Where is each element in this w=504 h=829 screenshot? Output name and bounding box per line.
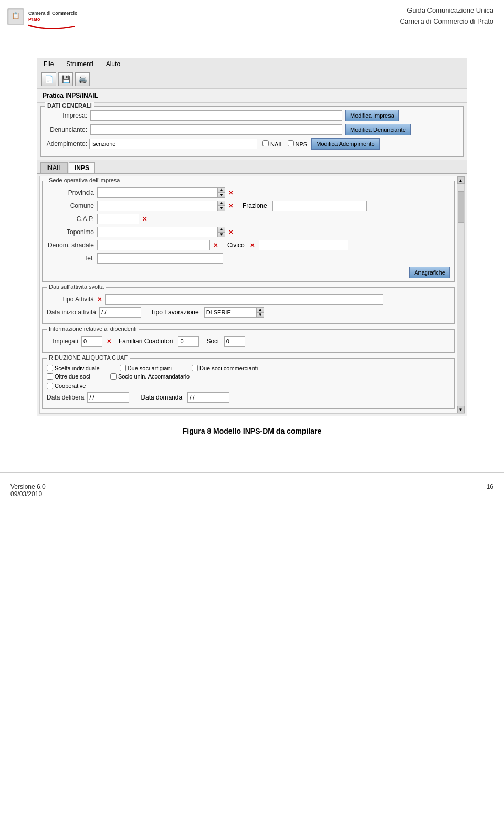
scelta-individuale-item: Scelta individuale	[47, 365, 100, 371]
tipo-lavorazione-spinner[interactable]: ▲ ▼	[257, 307, 264, 318]
oltre-due-soci-checkbox[interactable]	[47, 373, 53, 380]
impiegati-input[interactable]	[81, 336, 102, 347]
comune-field: ▲ ▼	[97, 201, 225, 211]
provincia-label: Provincia	[47, 189, 94, 196]
civico-input[interactable]	[259, 240, 348, 250]
modifica-impresa-btn[interactable]: Modifica Impresa	[345, 110, 399, 121]
menu-strumenti[interactable]: Strumenti	[64, 60, 95, 68]
tipo-lavorazione-down[interactable]: ▼	[257, 312, 264, 318]
toolbar-btn-3[interactable]: 🖨️	[75, 72, 90, 86]
scrollbar[interactable]: ▲ ▼	[457, 176, 464, 413]
nail-checkbox[interactable]	[262, 140, 269, 146]
denom-clear[interactable]: ✕	[213, 242, 218, 249]
provincia-spinner[interactable]: ▲ ▼	[218, 187, 225, 198]
denom-row: Denom. stradale ✕ Civico ✕	[47, 240, 450, 250]
data-domanda-label: Data domanda	[141, 394, 182, 401]
nps-checkbox-label: NPS	[288, 140, 308, 148]
data-inizio-input[interactable]	[99, 307, 141, 318]
scrollbar-thumb[interactable]	[458, 191, 464, 223]
impresa-row: Impresa: Modifica Impresa	[45, 110, 459, 121]
denunciante-input[interactable]	[90, 124, 342, 135]
comune-spinner[interactable]: ▲ ▼	[218, 201, 225, 211]
svg-text:Camera di Commercio: Camera di Commercio	[28, 11, 78, 16]
denunciante-label: Denunciante:	[45, 126, 87, 133]
toolbar-icon-2: 💾	[61, 75, 70, 83]
modifica-adempimento-btn[interactable]: Modifica Adempimento	[311, 138, 379, 150]
adempimento-input[interactable]	[89, 139, 257, 149]
nps-checkbox[interactable]	[288, 140, 294, 146]
due-soci-commercianti-checkbox[interactable]	[192, 365, 198, 371]
comune-clear[interactable]: ✕	[228, 203, 233, 209]
tel-label: Tel.	[47, 255, 94, 262]
tipo-attivita-label: Tipo Attività	[47, 296, 94, 303]
frazione-input[interactable]	[272, 201, 367, 211]
dipendenti-section: Informazione relative ai dipendenti Impi…	[42, 329, 455, 353]
dati-generali-section: DATI GENERALI Impresa: Modifica Impresa …	[40, 106, 464, 157]
impresa-input[interactable]	[90, 110, 342, 121]
menu-file[interactable]: File	[41, 60, 56, 68]
data-domanda-input[interactable]	[187, 392, 229, 403]
nail-checkbox-label: NAIL	[262, 140, 284, 148]
toolbar-btn-2[interactable]: 💾	[58, 72, 73, 86]
data-delibera-input[interactable]	[87, 392, 129, 403]
adempimento-label: Adempimento:	[45, 140, 87, 148]
due-soci-artigiani-checkbox[interactable]	[120, 365, 126, 371]
inner-scroll-area: Sede operativa dell'impresa Provincia ▲ …	[39, 176, 465, 414]
page-content: File Strumenti Aiuto 📄 💾 🖨️ Pratica INPS…	[0, 42, 504, 456]
soci-input[interactable]	[224, 336, 245, 347]
tipo-lavorazione-field: ▲ ▼	[204, 307, 264, 318]
familiari-input[interactable]	[178, 336, 199, 347]
guide-line1: Guida Comunicazione Unica	[400, 5, 494, 16]
provincia-input[interactable]	[97, 187, 218, 198]
tab-inail[interactable]: INAIL	[40, 162, 68, 173]
scelta-individuale-checkbox[interactable]	[47, 365, 53, 371]
tabs-row: INAIL INPS	[37, 160, 467, 174]
anagrafiche-btn[interactable]: Anagrafiche	[410, 267, 450, 278]
tipo-lavorazione-up[interactable]: ▲	[257, 307, 264, 312]
toponimo-label: Toponimo	[47, 228, 94, 236]
toponimo-clear[interactable]: ✕	[228, 229, 233, 236]
impresa-label: Impresa:	[45, 112, 87, 119]
impiegati-label: Impiegati	[47, 338, 78, 345]
menu-aiuto[interactable]: Aiuto	[104, 60, 122, 68]
scrollbar-down[interactable]: ▼	[457, 406, 465, 413]
civico-clear[interactable]: ✕	[250, 242, 255, 249]
cap-clear[interactable]: ✕	[142, 216, 147, 223]
modifica-denunciante-btn[interactable]: Modifica Denunciante	[345, 124, 411, 135]
comune-down-arrow[interactable]: ▼	[218, 206, 225, 211]
toponimo-down-arrow[interactable]: ▼	[218, 232, 225, 237]
denom-stradale-input[interactable]	[97, 240, 210, 250]
tipo-lavorazione-input[interactable]	[204, 307, 257, 318]
toponimo-field: ▲ ▼	[97, 227, 225, 237]
socio-unin-checkbox[interactable]	[110, 373, 117, 380]
version-label: Versione 6.0	[10, 483, 46, 490]
dati-generali-label: DATI GENERALI	[45, 102, 94, 109]
app-window: File Strumenti Aiuto 📄 💾 🖨️ Pratica INPS…	[37, 58, 467, 416]
cooperative-item: Cooperative	[47, 383, 86, 389]
provincia-down-arrow[interactable]: ▼	[218, 193, 225, 198]
provincia-up-arrow[interactable]: ▲	[218, 187, 225, 193]
figure-caption: Figura 8 Modello INPS-DM da compilare	[183, 427, 321, 435]
scrollbar-up[interactable]: ▲	[457, 176, 465, 184]
comune-input[interactable]	[97, 201, 218, 211]
oltre-due-soci-label: Oltre due soci	[55, 373, 90, 380]
denom-stradale-label: Denom. stradale	[47, 242, 94, 249]
dipendenti-row: Impiegati ✕ Familiari Coadiutori Soci	[47, 336, 450, 347]
tipo-attivita-clear[interactable]: ✕	[97, 296, 102, 303]
tel-input[interactable]	[97, 253, 223, 264]
comune-up-arrow[interactable]: ▲	[218, 201, 225, 206]
toponimo-input[interactable]	[97, 227, 218, 237]
due-soci-artigiani-item: Due soci artigiani	[120, 365, 172, 371]
cooperative-checkbox[interactable]	[47, 383, 53, 389]
header-text: Guida Comunicazione Unica Camera di Comm…	[400, 5, 494, 27]
toolbar-btn-1[interactable]: 📄	[41, 72, 56, 86]
toponimo-up-arrow[interactable]: ▲	[218, 227, 225, 232]
header: 📋 Camera di Commercio Prato Guida Comuni…	[0, 0, 504, 42]
provincia-field: ▲ ▼	[97, 187, 225, 198]
impiegati-clear[interactable]: ✕	[107, 338, 111, 345]
provincia-clear[interactable]: ✕	[228, 190, 233, 196]
toponimo-spinner[interactable]: ▲ ▼	[218, 227, 225, 237]
cap-input[interactable]	[97, 214, 139, 224]
tab-inps[interactable]: INPS	[69, 162, 95, 173]
tipo-attivita-input[interactable]	[105, 294, 383, 305]
